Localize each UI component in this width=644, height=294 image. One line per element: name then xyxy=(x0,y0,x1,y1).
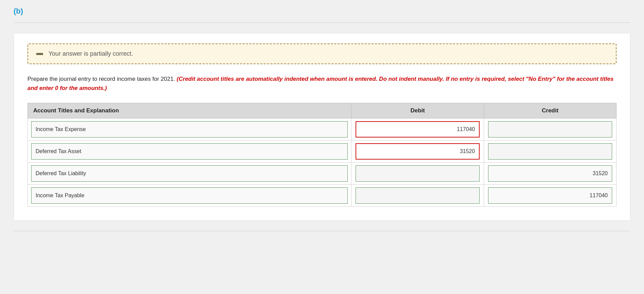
credit-input-3[interactable] xyxy=(488,165,612,182)
debit-input-1[interactable] xyxy=(356,121,480,137)
main-card: Your answer is partially correct. Prepar… xyxy=(14,33,630,221)
instructions-normal: Prepare the journal entry to record inco… xyxy=(27,76,177,82)
debit-input-3[interactable] xyxy=(356,165,480,182)
partial-correct-banner: Your answer is partially correct. xyxy=(27,43,617,64)
bottom-divider xyxy=(14,231,630,231)
debit-input-4[interactable] xyxy=(356,187,480,204)
credit-input-4[interactable] xyxy=(488,187,612,204)
top-divider xyxy=(14,22,630,23)
col-header-account: Account Titles and Explanation xyxy=(28,103,351,118)
credit-cell-1[interactable] xyxy=(484,118,617,141)
section-label: (b) xyxy=(14,7,630,16)
table-row xyxy=(28,118,617,141)
table-row xyxy=(28,185,617,207)
debit-cell-1[interactable] xyxy=(351,118,484,141)
credit-input-1[interactable] xyxy=(488,121,612,137)
page-container: (b) Your answer is partially correct. Pr… xyxy=(0,0,644,238)
col-header-debit: Debit xyxy=(351,103,484,118)
account-input-3[interactable] xyxy=(31,165,348,182)
debit-cell-4[interactable] xyxy=(351,185,484,207)
debit-cell-2[interactable] xyxy=(351,141,484,163)
col-header-credit: Credit xyxy=(484,103,617,118)
credit-cell-4[interactable] xyxy=(484,185,617,207)
account-input-4[interactable] xyxy=(31,187,348,204)
partial-correct-icon xyxy=(36,53,43,55)
partial-correct-text: Your answer is partially correct. xyxy=(48,50,133,57)
account-cell-3[interactable] xyxy=(28,163,351,185)
credit-cell-3[interactable] xyxy=(484,163,617,185)
credit-cell-2[interactable] xyxy=(484,141,617,163)
table-row xyxy=(28,141,617,163)
account-input-2[interactable] xyxy=(31,143,348,160)
account-cell-4[interactable] xyxy=(28,185,351,207)
table-row xyxy=(28,163,617,185)
credit-input-2[interactable] xyxy=(488,143,612,160)
account-cell-1[interactable] xyxy=(28,118,351,141)
account-cell-2[interactable] xyxy=(28,141,351,163)
journal-table: Account Titles and Explanation Debit Cre… xyxy=(27,103,617,207)
debit-input-2[interactable] xyxy=(356,143,480,160)
debit-cell-3[interactable] xyxy=(351,163,484,185)
instructions-paragraph: Prepare the journal entry to record inco… xyxy=(27,74,617,93)
account-input-1[interactable] xyxy=(31,121,348,137)
